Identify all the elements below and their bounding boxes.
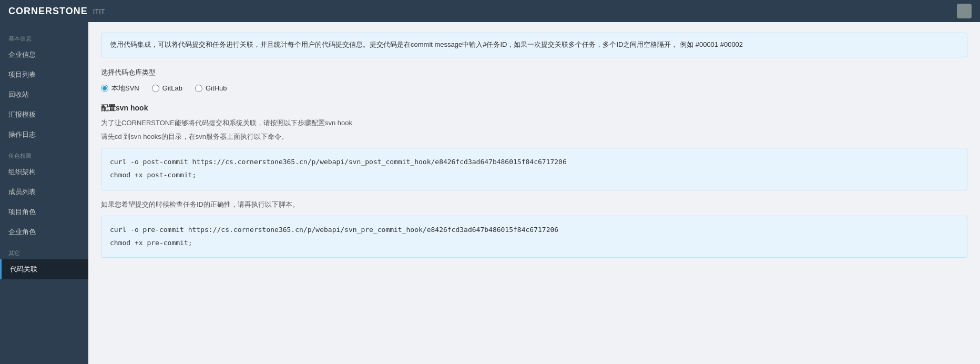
radio-local-svn[interactable]: 本地SVN bbox=[101, 84, 139, 93]
check-desc: 如果您希望提交的时候检查任务ID的正确性，请再执行以下脚本。 bbox=[101, 200, 967, 209]
radio-group: 本地SVN GitLab GitHub bbox=[101, 84, 967, 93]
sidebar-item-enterprise-info[interactable]: 企业信息 bbox=[0, 45, 88, 65]
header-subtitle: ITIT bbox=[93, 7, 105, 15]
code-line-1-2: chmod +x post-commit; bbox=[110, 169, 958, 181]
sidebar-section-roles: 角色权限 bbox=[0, 145, 88, 162]
avatar[interactable] bbox=[957, 4, 972, 18]
config-step: 请先cd 到svn hooks的目录，在svn服务器上面执行以下命令。 bbox=[101, 132, 967, 141]
radio-gitlab[interactable]: GitLab bbox=[152, 84, 182, 92]
info-text: 使用代码集成，可以将代码提交和任务进行关联，并且统计每个用户的代码提交信息。提交… bbox=[110, 41, 743, 48]
sidebar-item-recycle-bin[interactable]: 回收站 bbox=[0, 85, 88, 105]
code-line-1-1: curl -o post-commit https://cs.cornersto… bbox=[110, 156, 958, 168]
repo-type-label: 选择代码仓库类型 bbox=[101, 68, 967, 77]
layout: 基本信息 企业信息 项目列表 回收站 汇报模板 操作日志 角色权限 组织架构 成… bbox=[0, 22, 980, 364]
radio-local-svn-label: 本地SVN bbox=[111, 84, 139, 93]
radio-github[interactable]: GitHub bbox=[195, 84, 227, 92]
radio-github-label: GitHub bbox=[206, 84, 227, 92]
code-block-1: curl -o post-commit https://cs.cornersto… bbox=[101, 148, 967, 190]
sidebar: 基本信息 企业信息 项目列表 回收站 汇报模板 操作日志 角色权限 组织架构 成… bbox=[0, 22, 88, 364]
sidebar-item-code-link[interactable]: 代码关联 bbox=[0, 259, 88, 279]
sidebar-section-basic: 基本信息 bbox=[0, 27, 88, 45]
sidebar-section-other: 其它 bbox=[0, 242, 88, 259]
radio-gitlab-label: GitLab bbox=[162, 84, 182, 92]
radio-local-svn-input[interactable] bbox=[101, 85, 108, 92]
sidebar-item-enterprise-role[interactable]: 企业角色 bbox=[0, 222, 88, 242]
sidebar-item-operation-log[interactable]: 操作日志 bbox=[0, 125, 88, 145]
code-line-2-1: curl -o pre-commit https://cs.cornerston… bbox=[110, 224, 958, 236]
sidebar-item-member-list[interactable]: 成员列表 bbox=[0, 182, 88, 202]
info-box: 使用代码集成，可以将代码提交和任务进行关联，并且统计每个用户的代码提交信息。提交… bbox=[101, 33, 967, 57]
sidebar-item-report-template[interactable]: 汇报模板 bbox=[0, 105, 88, 125]
code-block-2: curl -o pre-commit https://cs.cornerston… bbox=[101, 216, 967, 258]
sidebar-item-project-list[interactable]: 项目列表 bbox=[0, 65, 88, 85]
radio-gitlab-input[interactable] bbox=[152, 85, 159, 92]
config-desc: 为了让CORNERSTONE能够将代码提交和系统关联，请按照以下步骤配置svn … bbox=[101, 118, 967, 128]
code-line-2-2: chmod +x pre-commit; bbox=[110, 237, 958, 249]
radio-github-input[interactable] bbox=[195, 85, 202, 92]
config-title: 配置svn hook bbox=[101, 104, 967, 113]
header: CORNERSTONE ITIT bbox=[0, 0, 980, 22]
logo: CORNERSTONE bbox=[8, 6, 88, 17]
sidebar-item-org-structure[interactable]: 组织架构 bbox=[0, 162, 88, 182]
main-content: 使用代码集成，可以将代码提交和任务进行关联，并且统计每个用户的代码提交信息。提交… bbox=[88, 22, 980, 364]
sidebar-item-project-role[interactable]: 项目角色 bbox=[0, 202, 88, 222]
